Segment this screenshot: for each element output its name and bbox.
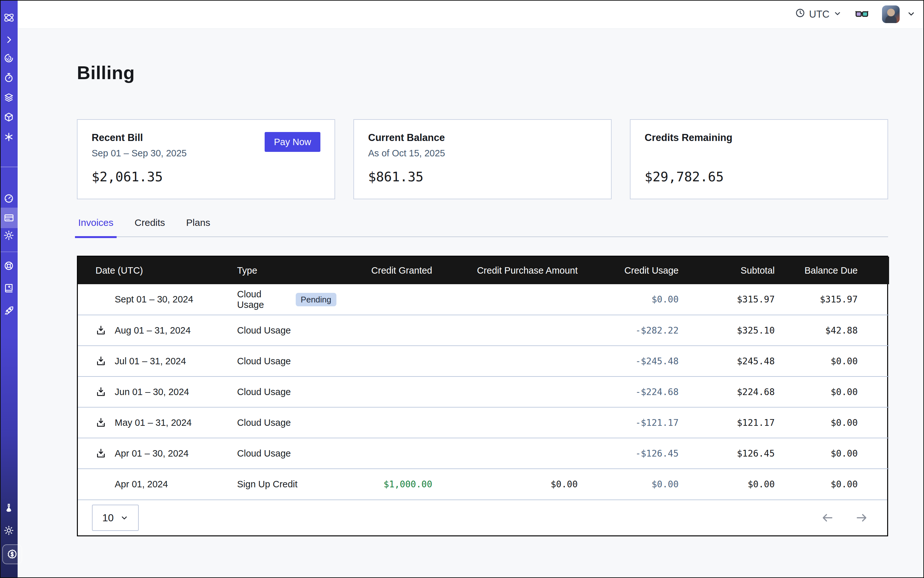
credit-usage-value: $0.00 bbox=[578, 284, 679, 315]
invoice-date: Apr 01, 2024 bbox=[115, 479, 168, 490]
invoice-type: Cloud Usage bbox=[237, 448, 291, 459]
table-row: Aug 01 – 31, 2024 Cloud Usage -$282.22 $… bbox=[78, 315, 889, 346]
card-title: Current Balance bbox=[368, 132, 597, 143]
download-invoice-icon[interactable] bbox=[96, 417, 115, 428]
card-amount: $2,061.35 bbox=[92, 169, 320, 185]
column-header-subtotal: Subtotal bbox=[679, 257, 775, 284]
table-row: May 01 – 31, 2024 Cloud Usage -$121.17 $… bbox=[78, 407, 889, 438]
subtotal-value: $224.68 bbox=[679, 377, 775, 407]
billing-credit-card-icon[interactable] bbox=[0, 213, 18, 223]
clock-icon bbox=[795, 8, 805, 21]
balance-due-value: $0.00 bbox=[775, 346, 889, 377]
table-row: Apr 01, 2024 Sign Up Credit $1,000.00 $0… bbox=[78, 469, 889, 500]
credit-usage-value: -$126.45 bbox=[578, 438, 679, 469]
balance-due-value: $0.00 bbox=[775, 438, 889, 469]
current-balance-card: Current Balance As of Oct 15, 2025 $861.… bbox=[353, 119, 612, 199]
billing-tabs: Invoices Credits Plans bbox=[77, 217, 888, 237]
layers-icon[interactable] bbox=[0, 93, 18, 102]
download-invoice-icon[interactable] bbox=[96, 386, 115, 397]
card-amount: $861.35 bbox=[368, 169, 597, 185]
sidebar-divider bbox=[0, 252, 18, 252]
subtotal-value: $315.97 bbox=[679, 284, 775, 315]
column-header-credit-usage: Credit Usage bbox=[578, 257, 679, 284]
credit-usage-value: -$224.68 bbox=[578, 377, 679, 407]
chevron-down-icon bbox=[833, 9, 842, 20]
balance-due-value: $315.97 bbox=[775, 284, 889, 315]
credit-usage-value: -$121.17 bbox=[578, 407, 679, 438]
invoice-type: Sign Up Credit bbox=[237, 479, 298, 490]
download-invoice-icon[interactable] bbox=[96, 448, 115, 459]
column-header-balance-due: Balance Due bbox=[775, 257, 889, 284]
app-logo-icon[interactable] bbox=[0, 11, 18, 24]
table-row: Apr 01 – 30, 2024 Cloud Usage -$126.45 $… bbox=[78, 438, 889, 469]
invoice-date: Apr 01 – 30, 2024 bbox=[115, 448, 189, 459]
rocket-icon[interactable] bbox=[0, 305, 18, 316]
expand-sidebar-chevron-right-icon[interactable] bbox=[0, 35, 18, 45]
credit-granted-value bbox=[336, 377, 432, 407]
timezone-label: UTC bbox=[809, 9, 830, 20]
invoice-type: Cloud Usage bbox=[237, 356, 291, 367]
subtotal-value: $325.10 bbox=[679, 315, 775, 346]
credit-granted-value bbox=[336, 284, 432, 315]
cyclone-icon[interactable] bbox=[0, 53, 18, 63]
usage-gauge-icon[interactable] bbox=[0, 193, 18, 203]
page-title: Billing bbox=[77, 63, 888, 82]
credit-usage-value: -$245.48 bbox=[578, 346, 679, 377]
invoice-date: Aug 01 – 31, 2024 bbox=[115, 325, 191, 336]
invoice-date: Jul 01 – 31, 2024 bbox=[115, 356, 186, 367]
credit-purchase-value bbox=[432, 346, 578, 377]
table-pagination: 10 bbox=[78, 500, 887, 536]
credit-granted-value bbox=[336, 346, 432, 377]
card-subtitle: As of Oct 15, 2025 bbox=[368, 148, 597, 159]
invoices-table: Date (UTC) Type Credit Granted Credit Pu… bbox=[77, 256, 888, 536]
credit-purchase-value: $0.00 bbox=[432, 469, 578, 500]
subtotal-value: $0.00 bbox=[679, 469, 775, 500]
user-avatar[interactable] bbox=[882, 5, 900, 23]
credit-purchase-value bbox=[432, 438, 578, 469]
goggles-icon[interactable] bbox=[855, 8, 869, 21]
table-header-row: Date (UTC) Type Credit Granted Credit Pu… bbox=[78, 257, 889, 284]
chevron-down-icon bbox=[907, 9, 916, 19]
subtotal-value: $126.45 bbox=[679, 438, 775, 469]
theme-sun-icon[interactable] bbox=[0, 526, 18, 536]
prev-page-button[interactable] bbox=[821, 511, 834, 524]
page-size-select[interactable]: 10 bbox=[92, 505, 139, 531]
credit-purchase-value bbox=[432, 407, 578, 438]
next-page-button[interactable] bbox=[855, 511, 868, 524]
column-header-date: Date (UTC) bbox=[78, 257, 237, 284]
sidebar-divider bbox=[0, 167, 18, 167]
balance-due-value: $42.88 bbox=[775, 315, 889, 346]
recent-bill-card: Recent Bill Sep 01 – Sep 30, 2025 $2,061… bbox=[77, 119, 335, 199]
subtotal-value: $121.17 bbox=[679, 407, 775, 438]
chevron-down-icon bbox=[120, 514, 128, 522]
invoice-date: Sept 01 – 30, 2024 bbox=[115, 294, 193, 305]
tab-credits[interactable]: Credits bbox=[133, 217, 166, 228]
credit-purchase-value bbox=[432, 284, 578, 315]
support-lifebuoy-icon[interactable] bbox=[0, 261, 18, 271]
card-title: Credits Remaining bbox=[645, 132, 874, 143]
cube-icon[interactable] bbox=[0, 112, 18, 122]
invoice-date: May 01 – 31, 2024 bbox=[115, 417, 192, 428]
timezone-selector[interactable]: UTC bbox=[795, 8, 842, 21]
invoice-date: Jun 01 – 30, 2024 bbox=[115, 387, 189, 397]
pay-now-button[interactable]: Pay Now bbox=[265, 132, 320, 152]
account-menu[interactable] bbox=[882, 5, 916, 23]
invoice-type: Cloud Usage bbox=[237, 417, 291, 428]
credit-granted-value bbox=[336, 438, 432, 469]
labs-flask-icon[interactable] bbox=[0, 503, 18, 513]
tab-plans[interactable]: Plans bbox=[185, 217, 211, 228]
settings-gear-icon[interactable] bbox=[0, 231, 18, 240]
credit-usage-value: $0.00 bbox=[578, 469, 679, 500]
docs-book-sparkles-icon[interactable] bbox=[0, 283, 18, 293]
credit-granted-value: $1,000.00 bbox=[336, 469, 432, 500]
main-content: Billing Recent Bill Sep 01 – Sep 30, 202… bbox=[18, 29, 924, 578]
tab-invoices[interactable]: Invoices bbox=[77, 217, 115, 228]
timer-icon[interactable] bbox=[0, 73, 18, 83]
invoice-type: Cloud Usage bbox=[237, 387, 291, 397]
table-row: Sept 01 – 30, 2024 Cloud Usage Pending $… bbox=[78, 284, 889, 315]
download-invoice-icon[interactable] bbox=[96, 325, 115, 336]
credits-dollar-badge-button[interactable] bbox=[2, 544, 22, 564]
credits-remaining-card: Credits Remaining $29,782.65 bbox=[630, 119, 888, 199]
asterisk-icon[interactable] bbox=[0, 132, 18, 142]
download-invoice-icon[interactable] bbox=[96, 356, 115, 367]
